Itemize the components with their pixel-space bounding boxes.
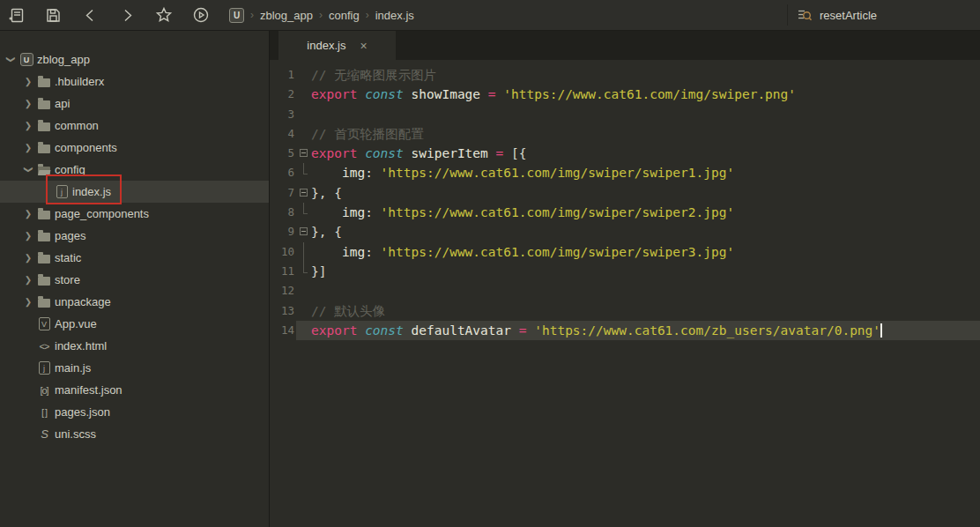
code-line-content[interactable]: export const swiperItem = [{ <box>311 144 980 163</box>
code-line-content[interactable] <box>311 281 980 301</box>
code-token <box>404 146 412 160</box>
chevron-right-icon[interactable]: ❯ <box>21 121 35 130</box>
main-area: ❯Uzblog_app❯.hbuilderx❯api❯common❯compon… <box>0 31 980 527</box>
tree-item-label: uni.scss <box>55 427 96 441</box>
fold-marker-icon[interactable] <box>296 183 311 203</box>
code-line-content[interactable]: img: 'https://www.cat61.com/img/swiper/s… <box>311 242 980 262</box>
project-tree: ❯Uzblog_app❯.hbuilderx❯api❯common❯compon… <box>0 31 269 445</box>
tree-item-label: index.js <box>72 185 111 198</box>
folder-icon <box>35 296 53 308</box>
close-icon[interactable]: × <box>360 39 367 53</box>
code-line-content[interactable]: }, { <box>311 222 980 241</box>
chevron-right-icon[interactable]: ❯ <box>21 143 35 152</box>
fold-marker-icon[interactable] <box>296 222 311 241</box>
tree-item-uni-scss[interactable]: Suni.scss <box>0 423 269 445</box>
breadcrumb-separator-icon: › <box>319 9 323 21</box>
code-editor[interactable]: 1// 无缩略图展示图片2export const showImage = 'h… <box>270 60 980 527</box>
tree-item-config[interactable]: ❯config <box>0 159 269 181</box>
chevron-right-icon[interactable]: ❯ <box>21 253 35 263</box>
chevron-right-icon[interactable]: ❯ <box>21 209 35 219</box>
tree-item-components[interactable]: ❯components <box>0 137 269 159</box>
code-line-content[interactable]: // 首页轮播图配置 <box>311 124 980 144</box>
tree-item--hbuilderx[interactable]: ❯.hbuilderx <box>0 71 269 93</box>
code-line-content[interactable]: // 默认头像 <box>311 301 980 321</box>
tree-item-api[interactable]: ❯api <box>0 93 269 115</box>
code-token <box>311 166 342 180</box>
code-token: = <box>480 87 503 101</box>
fold-marker-icon[interactable] <box>296 144 311 163</box>
toolbar-icons <box>0 6 210 24</box>
code-token <box>357 87 365 101</box>
fold-guide <box>296 163 311 182</box>
code-token <box>311 205 342 219</box>
code-line: 3 <box>270 105 980 124</box>
chevron-right-icon[interactable]: ❯ <box>21 297 35 307</box>
tree-item-index-html[interactable]: <>index.html <box>0 335 269 357</box>
code-line: 6 img: 'https://www.cat61.com/img/swiper… <box>270 163 980 182</box>
folder-icon <box>35 252 53 264</box>
tree-item-zblog-app[interactable]: ❯Uzblog_app <box>0 48 269 71</box>
tree-item-pages-json[interactable]: [ ]pages.json <box>0 401 269 423</box>
code-line: 14export const defaultAvatar = 'https://… <box>270 321 980 340</box>
forward-icon[interactable] <box>118 6 136 24</box>
chevron-right-icon[interactable]: ❯ <box>21 231 35 241</box>
code-token: img <box>342 245 365 259</box>
fold-guide <box>296 85 311 104</box>
tree-item-manifest-json[interactable]: [o]manifest.json <box>0 379 269 401</box>
search-box[interactable]: resetArticle <box>787 4 976 26</box>
tree-item-store[interactable]: ❯store <box>0 269 269 291</box>
code-line-content[interactable]: export const showImage = 'https://www.ca… <box>311 85 980 104</box>
code-token: img <box>342 205 365 219</box>
chevron-down-icon[interactable]: ❯ <box>6 53 16 67</box>
json-file-icon: [ ] <box>35 407 53 418</box>
tree-item-main-js[interactable]: jmain.js <box>0 357 269 379</box>
code-token: // 默认头像 <box>311 304 385 318</box>
code-line: 10 img: 'https://www.cat61.com/img/swipe… <box>270 242 980 262</box>
save-icon[interactable] <box>44 6 62 24</box>
folder-icon <box>35 76 53 87</box>
code-line-content[interactable]: }, { <box>311 183 980 203</box>
star-icon[interactable] <box>155 6 173 24</box>
breadcrumb-item-zblog-app[interactable]: zblog_app <box>260 9 313 22</box>
search-value[interactable]: resetArticle <box>820 9 877 22</box>
code-token: export <box>311 87 357 101</box>
code-token: 'https://www.cat61.com/zb_users/avatar/0… <box>534 323 880 338</box>
uniapp-logo-icon: U <box>229 8 244 23</box>
tree-item-index-js[interactable]: jindex.js <box>0 181 269 203</box>
tree-item-pages[interactable]: ❯pages <box>0 225 269 247</box>
breadcrumb-item-index-js[interactable]: index.js <box>375 9 414 22</box>
folder-open-icon <box>35 164 53 175</box>
code-token: : <box>365 245 380 259</box>
tab-index-js[interactable]: index.js × <box>278 31 396 60</box>
code-token: = <box>488 146 511 160</box>
new-file-icon[interactable] <box>7 6 25 24</box>
code-line-content[interactable]: }] <box>311 262 980 281</box>
chevron-down-icon[interactable]: ❯ <box>24 163 33 177</box>
tree-item-app-vue[interactable]: VApp.vue <box>0 313 269 335</box>
tree-item-page-components[interactable]: ❯page_components <box>0 203 269 225</box>
code-line-content[interactable]: // 无缩略图展示图片 <box>311 65 980 85</box>
code-line-content[interactable]: img: 'https://www.cat61.com/img/swiper/s… <box>311 163 980 182</box>
tree-item-label: api <box>55 97 70 110</box>
chevron-right-icon[interactable]: ❯ <box>21 77 35 86</box>
breadcrumb: U ›zblog_app›config›index.js <box>229 8 414 23</box>
tree-item-label: zblog_app <box>37 53 90 66</box>
code-line-content[interactable]: img: 'https://www.cat61.com/img/swiper/s… <box>311 203 980 222</box>
line-number: 2 <box>270 85 296 104</box>
back-icon[interactable] <box>81 6 99 24</box>
js-file-icon: j <box>35 361 53 375</box>
run-icon[interactable] <box>192 6 210 24</box>
tree-item-common[interactable]: ❯common <box>0 115 269 137</box>
tree-item-unpackage[interactable]: ❯unpackage <box>0 291 269 313</box>
tree-item-static[interactable]: ❯static <box>0 247 269 269</box>
chevron-right-icon[interactable]: ❯ <box>21 99 35 108</box>
code-line-content[interactable] <box>311 105 980 124</box>
code-token <box>311 245 342 259</box>
code-line-content[interactable]: export const defaultAvatar = 'https://ww… <box>311 321 980 340</box>
fold-guide <box>296 281 311 301</box>
fold-guide <box>296 301 311 321</box>
tree-item-label: index.html <box>55 339 107 353</box>
breadcrumb-item-config[interactable]: config <box>329 9 360 22</box>
line-number: 4 <box>270 124 296 144</box>
chevron-right-icon[interactable]: ❯ <box>21 275 35 285</box>
